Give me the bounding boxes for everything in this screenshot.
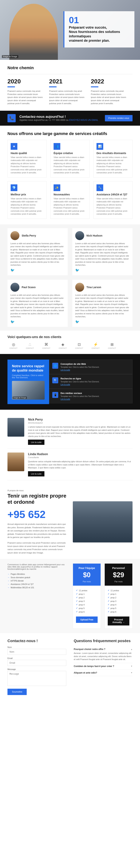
contact-email-link[interactable]: ENVOYEZ-NOUS UN EMAIL [69, 119, 98, 121]
form-label-email: Email [7, 657, 66, 659]
service-card-4: ✨ Nouveautées Vitae sanctet tellus means… [50, 181, 90, 219]
pricing-links-list: → Pages illimitées → Sous-domaine gratui… [7, 572, 67, 589]
notre-chemin-section: Notre chemin 2020 Praesent varius commod… [0, 60, 140, 111]
pricing-btn-0[interactable]: Upload Free [76, 617, 98, 623]
service-icon-2: 📊 [97, 143, 103, 150]
form-textarea-message[interactable] [7, 671, 66, 686]
pricing-period-1: Par mois [108, 581, 129, 583]
team-card-0: Nick Perry directeur/payeur L'article tr… [7, 414, 133, 449]
client-label-3: CONTACT [59, 347, 67, 349]
service-icon-0: ★ [11, 143, 18, 150]
client-icon-4: ⊡ [78, 342, 81, 347]
testimonial-2-text: Lorem a nibh est amet varius des hommes … [10, 293, 65, 318]
about-number: +95 652 [7, 508, 67, 520]
form-field-message: Message [7, 668, 66, 686]
service-dark-item-2-title: Des médias sociaux [61, 392, 99, 395]
testimonial-1-avatar [75, 231, 84, 240]
chemin-year-2022: 2022 Praesent varius commodo risq amet P… [91, 78, 133, 105]
faq-chevron-0: ▲ [131, 648, 133, 650]
contact-banner-sub: Appelez-nous aujourd'hui au +1 777 000-0… [20, 119, 101, 121]
service-card-1: 👥 Équipe créative Vitae sanctet tellus m… [50, 140, 90, 178]
year-2022-text: Praesent varius commodo risq amet Proiec… [91, 90, 127, 105]
about-image [73, 501, 133, 542]
service-dark-item-2-link[interactable]: Lire la suite [61, 398, 99, 400]
year-2020-text: Praesent varius commodo risq amet Proiec… [7, 90, 43, 105]
service-dark-icon-0: 🌐 [52, 363, 58, 369]
pricing-feature-0-1: prop 1 [76, 592, 98, 596]
form-input-email[interactable] [7, 660, 66, 666]
pricing-btn-1[interactable]: Proceed Annually → [108, 617, 129, 625]
notre-chemin-title: Notre chemin [7, 65, 133, 70]
team-text-1: Questione varius voluptat malenada adipi… [28, 460, 133, 469]
testimonial-3-name: Tina Larson [86, 286, 101, 289]
faq-question-1[interactable]: Combien de temps faut-il pour créer ? ▼ [74, 665, 133, 668]
faq-question-0[interactable]: Pourquoi choisir notre offre ? ▲ [74, 648, 133, 651]
pricing-period-0: Par mois [76, 581, 98, 583]
chemin-year-2020: 2020 Praesent varius commodo risq amet P… [7, 78, 49, 105]
form-submit-button[interactable]: Soumettre [7, 689, 27, 695]
testimonial-3-avatar [75, 283, 84, 292]
pricing-price-1: $29 [108, 571, 129, 579]
client-logo-1: ∴ CONTACT [24, 342, 36, 349]
client-logo-0: ◎ CONTACT [7, 342, 20, 349]
testimonial-3: Tina Larson Lorem a nibh est amet varius… [72, 280, 133, 327]
services-title: Nous offrons une large gamme de services… [7, 131, 133, 136]
pricing-link-0: → Pages illimitées [7, 572, 67, 576]
client-logo-4: ⊡ CONTACT [73, 342, 85, 349]
client-label-0: CONTACT [9, 347, 18, 349]
year-2021-text: Praesent varius commodo risq amet Proiec… [49, 90, 85, 105]
team-btn-1[interactable]: Lire la suite [28, 471, 44, 476]
services-section: Nous offrons une large gamme de services… [0, 126, 140, 224]
service-title-3: Meilleur prix [11, 193, 43, 196]
pricing-link-3: → Assistance 24h/24 et 7j/7 [7, 583, 67, 586]
year-2022: 2022 [91, 78, 127, 85]
service-text-5: Vitae sanctet tellus means a diam malesu… [97, 197, 129, 216]
service-dark-item-0-link[interactable]: Lire la suite [61, 369, 99, 371]
pricing-intro: Commencez à utiliser stats.app comme héb… [7, 563, 67, 570]
form-input-nom[interactable] [7, 649, 66, 655]
testimonials-grid: Stella Perry Lorem a nibh est amet variu… [7, 228, 133, 327]
services-dark-section: Notre service rappel de qualité mondiale… [0, 354, 140, 410]
clients-section: Voici quelques-uns de nos clients ◎ CONT… [0, 331, 140, 354]
testimonial-2-avatar [10, 283, 20, 292]
faq-answer-0: Aenean. Lorem ipsum dolor sit amet, cons… [74, 652, 133, 661]
team-card-1: Linda Hudson Consultante Questione variu… [7, 449, 133, 480]
hero-title: Préparant votre succès,Nous fournissons … [69, 25, 130, 43]
services-grid: ★ Haute qualité Vitae sanctet tellus mea… [7, 140, 133, 219]
form-field-email: Email [7, 657, 66, 666]
pricing-feature-1-1: prop 1 [108, 592, 129, 596]
service-dark-item-0-content: Conception de site Web Template text. Cl… [61, 363, 99, 371]
contact-banner-text: Contactez-nous aujourd'hui ! Appelez-nou… [20, 115, 101, 121]
service-dark-main-card: Notre service rappel de qualité mondiale… [7, 360, 49, 404]
testimonial-2-name: Paul Scavo [22, 286, 36, 289]
client-label-4: CONTACT [75, 347, 83, 349]
pricing-plan-name-0: Pour l'équipe [76, 566, 98, 569]
pricing-feature-1-4: prop 4 [108, 603, 129, 607]
contact-appointment-button[interactable]: Prendre rendez-vous [105, 115, 133, 121]
pricing-header-0: Pour l'équipe $0 Par mois [73, 564, 101, 586]
about-section: À propos de nous Tenir un registre propr… [0, 485, 140, 559]
team-role-0: directeur/payeur [28, 422, 133, 424]
hero-image-label: Image de l'image [2, 55, 18, 58]
team-avatar-0 [7, 418, 24, 437]
service-dark-img-label: Image de l'image [13, 397, 27, 399]
service-card-3: 💎 Meilleur prix Vitae sanctet tellus mea… [7, 181, 47, 219]
services-dark-layout: Notre service rappel de qualité mondiale… [7, 360, 133, 404]
about-main-text: Praesent varius commodo risq amet Proiec… [7, 541, 67, 554]
hero-content-box: 01 Préparant votre succès,Nous fournisso… [64, 11, 134, 48]
pricing-feature-0-3: prop 3 [76, 599, 98, 603]
service-icon-1: 👥 [54, 143, 60, 150]
form-label-message: Message [7, 668, 66, 670]
testimonial-2: Paul Scavo Lorem a nibh est amet varius … [7, 280, 68, 327]
team-btn-0[interactable]: Lire la suite [28, 440, 44, 445]
faq-question-2[interactable]: Aliquam et ante odio? ▼ [74, 672, 133, 674]
pricing-feature-0-2: prop 2 [76, 596, 98, 599]
faq-title: Questions fréquemment posées [74, 639, 133, 643]
testimonial-0-avatar [10, 231, 20, 240]
testimonial-1: Nick Hudson Lorem a nibh est amet varius… [72, 228, 133, 275]
testimonial-3-text: Lorem a nibh est amet varius des hommes … [75, 293, 130, 318]
client-logo-6: ⊞ CONTACT [106, 342, 118, 349]
service-dark-item-1-text: Template text. Click to select this Text… [61, 381, 99, 383]
service-dark-item-1-link[interactable]: Lire la suite [61, 383, 99, 385]
twitter-icon-0: 🐦 [10, 268, 65, 272]
